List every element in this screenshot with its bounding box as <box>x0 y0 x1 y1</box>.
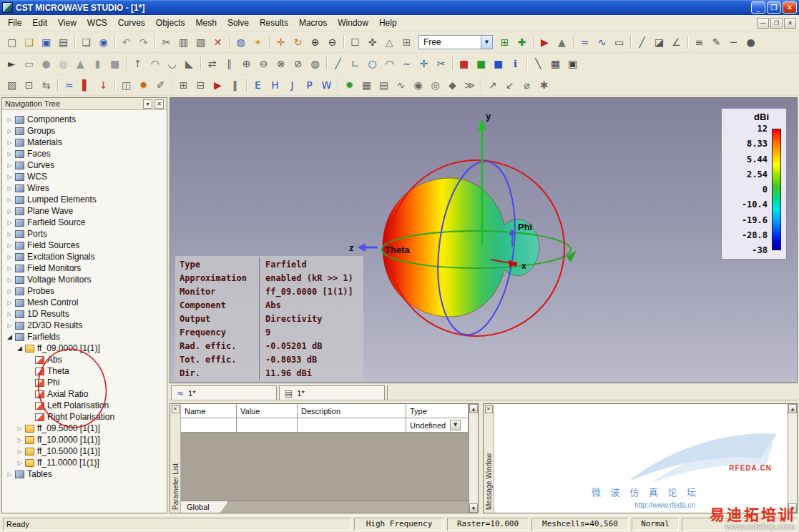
parameter-sweep-icon[interactable]: ≈ <box>577 34 593 50</box>
expander-closed-icon[interactable]: ▷ <box>15 460 24 466</box>
units-icon[interactable]: ⌀ <box>519 77 535 93</box>
tree-item-materials[interactable]: ▷Materials <box>2 137 167 148</box>
menu-help[interactable]: Help <box>374 16 402 30</box>
column-header-type[interactable]: Type <box>406 404 469 418</box>
tree-item-left-polarisation[interactable]: Left Polarisation <box>2 400 167 411</box>
column-header-value[interactable]: Value <box>237 404 298 418</box>
tree-item-ff-10-0000-1-1[interactable]: ▷ff_10.0000 [1(1)] <box>2 434 167 445</box>
tree-item-tables[interactable]: ▷Tables <box>2 468 167 480</box>
measure-angle-icon[interactable]: ∠ <box>668 34 685 50</box>
loft-icon[interactable]: ◠ <box>147 56 163 72</box>
delete-icon[interactable]: ✕ <box>210 34 226 50</box>
expander-closed-icon[interactable]: ▷ <box>5 208 14 215</box>
menu-edit[interactable]: Edit <box>27 16 52 30</box>
tree-item-wires[interactable]: ▷Wires <box>2 182 167 194</box>
wire-tool-icon[interactable]: ╲ <box>530 56 546 72</box>
start-simulation-icon[interactable]: ▶ <box>210 77 226 93</box>
tree-item-ff-10-5000-1-1[interactable]: ▷ff_10.5000 [1(1)] <box>2 445 167 457</box>
parameter-list-strip[interactable]: ✕ Parameter List <box>170 404 181 513</box>
param-name-cell[interactable] <box>181 418 237 432</box>
tree-item-voltage-monitors[interactable]: ▷Voltage Monitors <box>2 274 167 285</box>
align-icon[interactable]: ∥ <box>221 56 237 72</box>
results-1d-icon[interactable]: ∿ <box>393 77 409 93</box>
cone-icon[interactable]: ▲ <box>72 56 89 72</box>
draw-node-icon[interactable]: ● <box>742 34 759 50</box>
param-value-cell[interactable] <box>237 418 298 432</box>
mesh-properties-icon[interactable]: ✚ <box>514 34 530 50</box>
expander-closed-icon[interactable]: ▷ <box>5 265 14 272</box>
zoom-out-icon[interactable]: ⊖ <box>324 34 340 50</box>
free-mode-select[interactable]: Free ▼ <box>418 35 493 49</box>
polar-plot-icon[interactable]: ◎ <box>427 77 443 93</box>
tree-item-1d-results[interactable]: ▷1D Results <box>2 308 167 320</box>
expander-closed-icon[interactable]: ▷ <box>5 128 14 134</box>
cylinder-icon[interactable]: ▮ <box>89 56 106 72</box>
expander-closed-icon[interactable]: ▷ <box>5 311 14 317</box>
redo-icon[interactable]: ↷ <box>135 34 152 50</box>
tree-item-faces[interactable]: ▷Faces <box>2 148 167 159</box>
boundary-conditions-icon[interactable]: ⊡ <box>21 77 37 93</box>
farfield-monitor-icon[interactable]: ✹ <box>135 77 152 93</box>
menu-solve[interactable]: Solve <box>222 16 254 30</box>
surface-current-icon[interactable]: J <box>284 77 300 93</box>
tab-global[interactable]: Global <box>181 501 228 513</box>
undo-icon[interactable]: ↶ <box>118 34 134 50</box>
dropdown-arrow-icon[interactable]: ▼ <box>481 36 492 49</box>
expander-closed-icon[interactable]: ▷ <box>5 139 14 146</box>
expander-closed-icon[interactable]: ▷ <box>5 231 14 237</box>
message-scrollbar[interactable]: ▲ ▼ <box>788 404 797 513</box>
expander-closed-icon[interactable]: ▷ <box>5 242 14 249</box>
animate-fields-icon[interactable]: ≫ <box>461 77 478 93</box>
menu-wcs[interactable]: WCS <box>82 16 112 30</box>
import-model-icon[interactable]: ↙ <box>501 77 518 93</box>
mdi-close-button[interactable]: ✕ <box>784 18 796 29</box>
save-icon[interactable]: ▣ <box>38 34 54 50</box>
parameter-scrollbar[interactable]: ▲ ▼ <box>469 404 478 513</box>
global-mesh-icon[interactable]: ⊞ <box>175 77 192 93</box>
discrete-port-icon[interactable]: ↓ <box>95 77 112 93</box>
group-tool-icon[interactable]: ▣ <box>564 56 581 72</box>
message-window-strip[interactable]: ✕ Message Window <box>484 404 494 513</box>
lock-icon[interactable]: ✦ <box>250 34 266 50</box>
nav-collapse-icon[interactable]: ▾ <box>143 99 152 109</box>
message-window-content[interactable]: RFEDA.CN 微 波 仿 真 论 坛 http://www.rfeda.cn <box>494 404 788 513</box>
expander-closed-icon[interactable]: ▷ <box>5 471 14 478</box>
chamfer-icon[interactable]: ◣ <box>181 56 197 72</box>
tree-item-probes[interactable]: ▷Probes <box>2 285 167 297</box>
type-dropdown-arrow-icon[interactable]: ▼ <box>450 420 461 430</box>
tree-item-phi[interactable]: Phi <box>2 377 167 388</box>
rotate-icon[interactable]: ↻ <box>290 34 306 50</box>
extrude-icon[interactable]: ↑ <box>129 56 146 72</box>
open-folder-icon[interactable]: ❑ <box>21 34 37 50</box>
expander-open-icon[interactable]: ◢ <box>5 333 14 340</box>
result-template-icon[interactable]: ▭ <box>611 34 627 50</box>
close-button[interactable]: ✕ <box>783 1 797 14</box>
3d-viewport[interactable]: y z x Theta Phi dBi 128.335.442.540-10.4… <box>170 97 798 383</box>
menu-objects[interactable]: Objects <box>151 16 190 30</box>
expander-closed-icon[interactable]: ▷ <box>5 197 14 203</box>
copy-icon[interactable]: ▥ <box>175 34 192 50</box>
tree-item-ff-11-0000-1-1[interactable]: ▷ff_11.0000 [1(1)] <box>2 457 167 468</box>
tree-item-ff-09-0000-1-1[interactable]: ◢ff_09.0000 [1(1)] <box>2 343 167 354</box>
tree-item-plane-wave[interactable]: ▷Plane Wave <box>2 205 167 217</box>
working-grid-icon[interactable]: ⊞ <box>398 34 415 50</box>
expander-closed-icon[interactable]: ▷ <box>5 162 14 169</box>
shell-solid-icon[interactable]: ◍ <box>307 56 323 72</box>
solid-info-icon[interactable]: ℹ <box>507 56 524 72</box>
plot-3d-icon[interactable]: ◆ <box>444 77 461 93</box>
copy-view-icon[interactable]: ❏ <box>78 34 94 50</box>
brick-icon[interactable]: ▭ <box>21 56 37 72</box>
result-chart-icon[interactable]: ∿ <box>594 34 610 50</box>
template-results-icon[interactable]: ▤ <box>376 77 392 93</box>
print-icon[interactable]: ▤ <box>55 34 72 50</box>
tree-item-ports[interactable]: ▷Ports <box>2 228 167 240</box>
mirror-transform-icon[interactable]: ⇄ <box>204 56 220 72</box>
tree-item-mesh-control[interactable]: ▷Mesh Control <box>2 297 167 308</box>
material-red-icon[interactable]: ■ <box>456 56 472 72</box>
start-solver-icon[interactable]: ▶ <box>536 34 553 50</box>
about-icon[interactable]: ◉ <box>95 34 112 50</box>
zoom-in-icon[interactable]: ⊕ <box>307 34 323 50</box>
mdi-minimize-button[interactable]: — <box>757 18 769 29</box>
column-header-name[interactable]: Name <box>181 404 237 418</box>
pick-tool-icon[interactable]: ✜ <box>364 34 381 50</box>
